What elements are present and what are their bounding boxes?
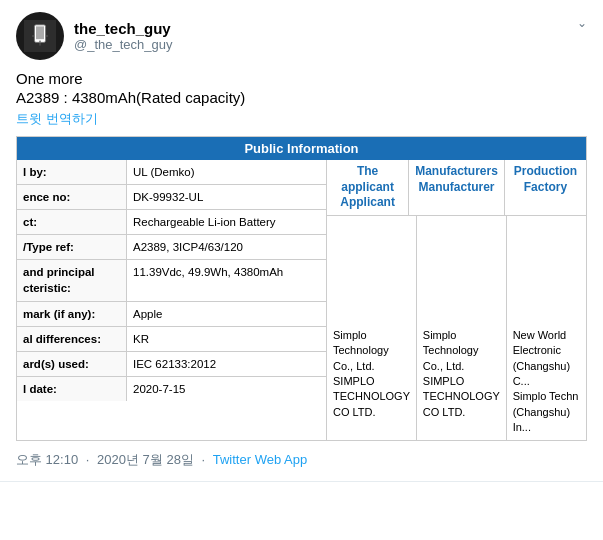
table-row: ard(s) used: IEC 62133:2012 — [17, 352, 326, 377]
tweet-body: One more A2389 : 4380mAh(Rated capacity)… — [16, 70, 587, 441]
table-row: /Type ref: A2389, 3ICP4/63/120 — [17, 235, 326, 260]
col-header-applicant: The applicant Applicant — [327, 160, 409, 215]
table-left: l by: UL (Demko) ence no: DK-99932-UL ct… — [17, 160, 327, 440]
tweet-text-line1: One more — [16, 70, 587, 87]
cell-value: A2389, 3ICP4/63/120 — [127, 235, 326, 259]
username[interactable]: @_the_tech_guy — [74, 37, 173, 52]
avatar[interactable] — [16, 12, 64, 60]
cell-value-apple: Apple — [127, 302, 326, 326]
cell-label: and principalcteristic: — [17, 260, 127, 300]
table-row: ence no: DK-99932-UL — [17, 185, 326, 210]
tweet-header: the_tech_guy @_the_tech_guy ⌄ — [16, 12, 587, 60]
separator2: · — [202, 452, 206, 467]
cell-label: l by: — [17, 160, 127, 184]
cell-value: UL (Demko) — [127, 160, 326, 184]
tweet-date: 2020년 7월 28일 — [97, 452, 194, 467]
cell-value: IEC 62133:2012 — [127, 352, 326, 376]
cell-label: mark (if any): — [17, 302, 127, 326]
right-col-applicant: Simplo Technology Co., Ltd.SIMPLO TECHNO… — [327, 216, 417, 440]
cell-value: KR — [127, 327, 326, 351]
cell-label: /Type ref: — [17, 235, 127, 259]
right-col-manufacturer: Simplo Technology Co., Ltd.SIMPLO TECHNO… — [417, 216, 507, 440]
public-info-table: Public Information l by: UL (Demko) ence… — [16, 136, 587, 441]
tweet-header-left: the_tech_guy @_the_tech_guy — [16, 12, 173, 60]
cell-value: Rechargeable Li-ion Battery — [127, 210, 326, 234]
table-right: The applicant Applicant Manufacturers Ma… — [327, 160, 586, 440]
display-name[interactable]: the_tech_guy — [74, 20, 173, 37]
translate-link[interactable]: 트윗 번역하기 — [16, 111, 98, 126]
table-row: mark (if any): Apple — [17, 302, 326, 327]
cell-value: DK-99932-UL — [127, 185, 326, 209]
tweet-time: 오후 12:10 — [16, 452, 78, 467]
cell-label: ard(s) used: — [17, 352, 127, 376]
table-header: Public Information — [17, 137, 586, 160]
cell-value: 2020-7-15 — [127, 377, 326, 401]
col-header-factory: Production Factory — [505, 160, 586, 215]
cell-label: ct: — [17, 210, 127, 234]
cell-value: 11.39Vdc, 49.9Wh, 4380mAh — [127, 260, 326, 300]
svg-rect-2 — [36, 26, 44, 39]
chevron-down-icon[interactable]: ⌄ — [577, 16, 587, 30]
tweet-text-line2: A2389 : 4380mAh(Rated capacity) — [16, 89, 587, 106]
right-data-area: Simplo Technology Co., Ltd.SIMPLO TECHNO… — [327, 216, 586, 440]
col-header-manufacturer: Manufacturers Manufacturer — [409, 160, 505, 215]
cell-label: ence no: — [17, 185, 127, 209]
cell-label: al differences: — [17, 327, 127, 351]
table-body: l by: UL (Demko) ence no: DK-99932-UL ct… — [17, 160, 586, 440]
table-row: l by: UL (Demko) — [17, 160, 326, 185]
right-col-factory: New World Electronic (Changshu) C...Simp… — [507, 216, 586, 440]
svg-point-3 — [39, 40, 41, 42]
table-row: l date: 2020-7-15 — [17, 377, 326, 401]
tweet-source-link[interactable]: Twitter Web App — [213, 452, 307, 467]
table-row: and principalcteristic: 11.39Vdc, 49.9Wh… — [17, 260, 326, 301]
cell-label: l date: — [17, 377, 127, 401]
table-row: ct: Rechargeable Li-ion Battery — [17, 210, 326, 235]
user-info: the_tech_guy @_the_tech_guy — [74, 20, 173, 52]
table-row: al differences: KR — [17, 327, 326, 352]
table-right-header: The applicant Applicant Manufacturers Ma… — [327, 160, 586, 216]
tweet-container: the_tech_guy @_the_tech_guy ⌄ One more A… — [0, 0, 603, 482]
separator1: · — [86, 452, 90, 467]
tweet-footer: 오후 12:10 · 2020년 7월 28일 · Twitter Web Ap… — [16, 451, 587, 469]
